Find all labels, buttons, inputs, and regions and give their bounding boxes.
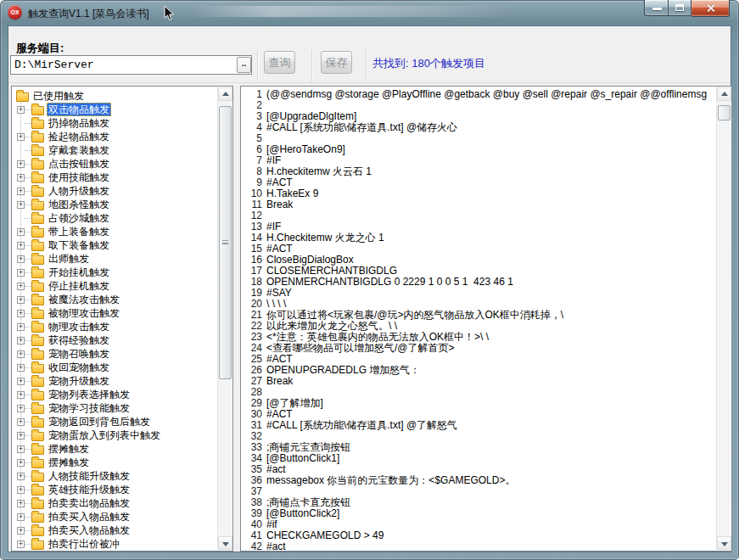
tree-item[interactable]: +宠物升级触发 (13, 374, 217, 388)
script-editor-panel[interactable]: 1(@@sendmsg @storage @PlayOffline @getba… (240, 86, 732, 552)
tree-item[interactable]: +拍卖买入物品触发 (13, 510, 217, 524)
tree-item-label[interactable]: 双击物品触发 (47, 103, 111, 116)
tree-item-label[interactable]: 物理攻击触发 (47, 321, 111, 333)
tree-item-label[interactable]: 地图杀怪触发 (47, 199, 111, 210)
expand-icon[interactable]: + (17, 310, 25, 317)
tree-item[interactable]: +摆摊触发 (13, 442, 217, 456)
maximize-button[interactable] (669, 0, 691, 16)
tree-item-label[interactable]: 人物升级触发 (47, 185, 111, 197)
tree-item-label[interactable]: 使用技能触发 (47, 171, 111, 183)
tree-scrollbar[interactable] (217, 87, 232, 550)
expand-icon[interactable]: + (17, 201, 25, 209)
tree-item-label[interactable]: 宠物列表选择触发 (47, 389, 132, 400)
tree-root-item[interactable]: 已使用触发 (13, 89, 217, 103)
expand-icon[interactable]: + (17, 500, 25, 507)
tree-item[interactable]: +收回宠物触发 (13, 361, 217, 374)
scroll-down-button[interactable] (218, 536, 232, 550)
expand-icon[interactable]: + (17, 432, 25, 440)
save-button[interactable]: 保存 (321, 51, 352, 74)
tree-item-label[interactable]: 点击按钮触发 (47, 158, 111, 170)
editor-scrollbar-thumb[interactable] (718, 105, 731, 120)
expand-icon[interactable]: + (17, 255, 25, 263)
tree-item-label[interactable]: 拍卖买入物品触发 (47, 511, 132, 523)
tree-item[interactable]: +双击物品触发 (13, 103, 217, 116)
browse-button[interactable]: .. (237, 57, 251, 73)
tree-item-label[interactable]: 扔掉物品触发 (47, 117, 111, 129)
tree-item-label[interactable]: 宠物学习技能触发 (47, 402, 132, 414)
tree-item[interactable]: +拍卖买入物品触发 (13, 524, 217, 537)
tree-item[interactable]: 占领沙城触发 (13, 211, 217, 225)
tree-item[interactable]: +摆摊触发 (13, 456, 217, 469)
close-button[interactable] (691, 0, 730, 17)
tree-item-label[interactable]: 摆摊触发 (47, 456, 91, 468)
expand-icon[interactable]: + (17, 473, 25, 480)
tree-item-label[interactable]: 穿戴套装触发 (47, 144, 111, 156)
tree-item-label[interactable]: 取下装备触发 (47, 239, 111, 251)
expand-icon[interactable]: + (17, 106, 25, 114)
tree-item-label[interactable]: 宠物蛋放入到列表中触发 (47, 429, 162, 441)
scroll-down-button[interactable] (717, 536, 731, 550)
expand-icon[interactable]: + (17, 228, 25, 236)
tree-item[interactable]: +宠物列表选择触发 (13, 388, 217, 401)
tree-item-label[interactable]: 收回宠物触发 (47, 361, 111, 373)
tree-item-label[interactable]: 英雄技能升级触发 (47, 484, 132, 496)
tree-scrollbar-thumb[interactable] (219, 106, 232, 379)
scroll-up-button[interactable] (717, 87, 731, 101)
tree-item-label[interactable]: 开始挂机触发 (47, 266, 111, 278)
tree-item[interactable]: +开始挂机触发 (13, 266, 217, 279)
tree-item-label[interactable]: 人物技能升级触发 (47, 470, 132, 482)
tree-item[interactable]: +英雄技能升级触发 (13, 483, 217, 496)
tree-item-label[interactable]: 拍卖行出价被冲 (47, 538, 121, 550)
expand-icon[interactable]: + (17, 378, 25, 385)
expand-icon[interactable]: + (17, 364, 25, 372)
tree-item[interactable]: +宠物召唤触发 (13, 347, 217, 361)
expand-icon[interactable]: + (17, 418, 25, 426)
tree-item-label[interactable]: 占领沙城触发 (47, 212, 111, 224)
tree-root-label[interactable]: 已使用触发 (31, 90, 86, 102)
tree-item-label[interactable]: 被魔法攻击触发 (47, 294, 121, 305)
tree-item-label[interactable]: 捡起物品触发 (47, 131, 111, 143)
tree-item-label[interactable]: 带上装备触发 (47, 226, 111, 238)
tree-item[interactable]: +出师触发 (13, 252, 217, 266)
tree-item[interactable]: 扔掉物品触发 (13, 116, 217, 130)
tree-item[interactable]: 穿戴套装触发 (13, 143, 217, 157)
expand-icon[interactable]: + (17, 445, 25, 453)
tree-item[interactable]: +宠物蛋放入到列表中触发 (13, 428, 217, 442)
tree-item[interactable]: +停止挂机触发 (13, 279, 217, 293)
tree-item[interactable]: +拍卖卖出物品触发 (13, 496, 217, 510)
expand-icon[interactable]: + (17, 405, 25, 412)
expand-icon[interactable]: + (17, 296, 25, 304)
tree-item[interactable]: +使用技能触发 (13, 171, 217, 184)
minimize-button[interactable] (644, 0, 669, 16)
tree-item[interactable]: +拍卖行出价被冲 (13, 537, 217, 550)
tree-item[interactable]: +人物技能升级触发 (13, 469, 217, 483)
expand-icon[interactable]: + (17, 540, 25, 548)
expand-icon[interactable]: + (17, 391, 25, 399)
expand-icon[interactable]: + (17, 459, 25, 467)
tree-item[interactable]: +被物理攻击触发 (13, 306, 217, 320)
tree-item-label[interactable]: 拍卖卖出物品触发 (47, 497, 132, 509)
tree-item[interactable]: +带上装备触发 (13, 225, 217, 238)
expand-icon[interactable]: + (17, 527, 25, 535)
tree-item-label[interactable]: 停止挂机触发 (47, 280, 111, 292)
tree-item-label[interactable]: 宠物返回到背包后触发 (47, 416, 152, 428)
tree-item[interactable]: +获得经验触发 (13, 333, 217, 347)
tree-item-label[interactable]: 宠物升级触发 (47, 375, 111, 387)
tree-item[interactable]: +被魔法攻击触发 (13, 293, 217, 306)
expand-icon[interactable]: + (17, 133, 25, 141)
tree-item-label[interactable]: 被物理攻击触发 (47, 307, 121, 319)
titlebar[interactable]: OX 触发查询V1.1 [菜鸟会读书] (0, 0, 739, 25)
tree-item-label[interactable]: 拍卖买入物品触发 (47, 524, 132, 536)
tree-item[interactable]: +地图杀怪触发 (13, 198, 217, 211)
tree-item[interactable]: +宠物学习技能触发 (13, 401, 217, 415)
server-path-input[interactable] (10, 55, 252, 75)
scroll-up-button[interactable] (218, 87, 232, 101)
tree-item[interactable]: +物理攻击触发 (13, 320, 217, 333)
tree-item[interactable]: +捡起物品触发 (13, 130, 217, 143)
expand-icon[interactable]: + (17, 350, 25, 358)
expand-icon[interactable]: + (17, 188, 25, 195)
tree-item[interactable]: +点击按钮触发 (13, 157, 217, 171)
expand-icon[interactable]: + (17, 283, 25, 290)
expand-icon[interactable]: + (17, 337, 25, 344)
tree-item-label[interactable]: 出师触发 (47, 253, 91, 265)
